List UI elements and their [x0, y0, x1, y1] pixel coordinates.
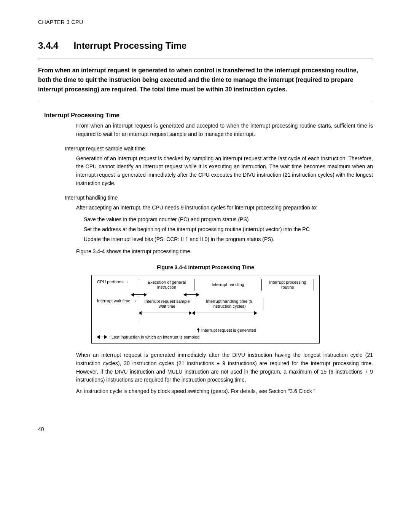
figure-row-wait: Interrupt wait time → Interrupt request … [97, 298, 314, 316]
figure-row-cpu: CPU performs → Execution of general inst… [97, 279, 314, 291]
bullet-1-paragraph: Generation of an interrupt request is ch… [76, 155, 373, 188]
figure-ref-line: Figure 3.4-4 shows the interrupt process… [76, 248, 373, 256]
section-number: 3.4.4 [38, 40, 58, 51]
section-title: Interrupt Processing Time [73, 40, 186, 51]
span-arrow-handling-time [192, 311, 257, 315]
sample-marker-icon [184, 293, 199, 297]
divider-bottom [38, 101, 373, 101]
right-arrow-icon: → [131, 298, 137, 304]
action-list: Save the values in the program counter (… [84, 215, 373, 244]
action-item: Save the values in the program counter (… [84, 215, 373, 225]
intro-summary: From when an interrupt request is genera… [38, 66, 373, 94]
figure-row2-label: Interrupt wait time → [97, 298, 139, 304]
figure-seg-general-instruction: Execution of general instruction [139, 279, 194, 291]
figure-diagram: CPU performs → Execution of general inst… [91, 275, 320, 344]
bullet-1-heading: Interrupt request sample wait time [65, 145, 373, 152]
figure-legend: : Last instruction in which an interrupt… [97, 335, 314, 339]
up-arrow-icon [197, 328, 200, 333]
sub-heading: Interrupt Processing Time [44, 112, 373, 119]
figure-generated-label: Interrupt request is generated [139, 327, 314, 332]
action-item: Set the address at the beginning of the … [84, 225, 373, 235]
closing-paragraph-2: An instruction cycle is changed by clock… [76, 387, 373, 396]
bullet-2-intro: After accepting an interrupt, the CPU ne… [76, 204, 373, 212]
chapter-header: CHAPTER 3 CPU [38, 19, 373, 25]
figure-row1-label: CPU performs → [97, 279, 139, 284]
closing-paragraph-1: When an interrupt request is generated i… [76, 351, 373, 384]
double-arrow-icon [97, 335, 107, 339]
figure-seg-sample-wait: Interrupt request sample wait time [139, 298, 195, 310]
page-container: CHAPTER 3 CPU 3.4.4 Interrupt Processing… [0, 0, 411, 447]
span-arrow-sample-wait [139, 311, 191, 315]
figure-seg-interrupt-routine: Interrupt processing routine [261, 279, 314, 291]
figure-caption: Figure 3.4-4 Interrupt Processing Time [38, 264, 373, 270]
divider-top [38, 59, 373, 59]
figure-legend-text: : Last instruction in which an interrupt… [109, 335, 199, 339]
interrupt-generated-marker [139, 287, 139, 323]
bullet-2-heading: Interrupt handling time [65, 195, 373, 201]
figure-seg-handling-time: Interrupt handling time (9 instruction c… [195, 298, 263, 310]
figure-seg-interrupt-handling: Interrupt handling [194, 279, 261, 291]
page-number: 40 [38, 426, 373, 432]
action-item: Update the interrupt level bits (PS: CCR… [84, 235, 373, 244]
section-title-row: 3.4.4 Interrupt Processing Time [38, 40, 373, 51]
overview-paragraph: From when an interrupt request is genera… [76, 122, 373, 138]
